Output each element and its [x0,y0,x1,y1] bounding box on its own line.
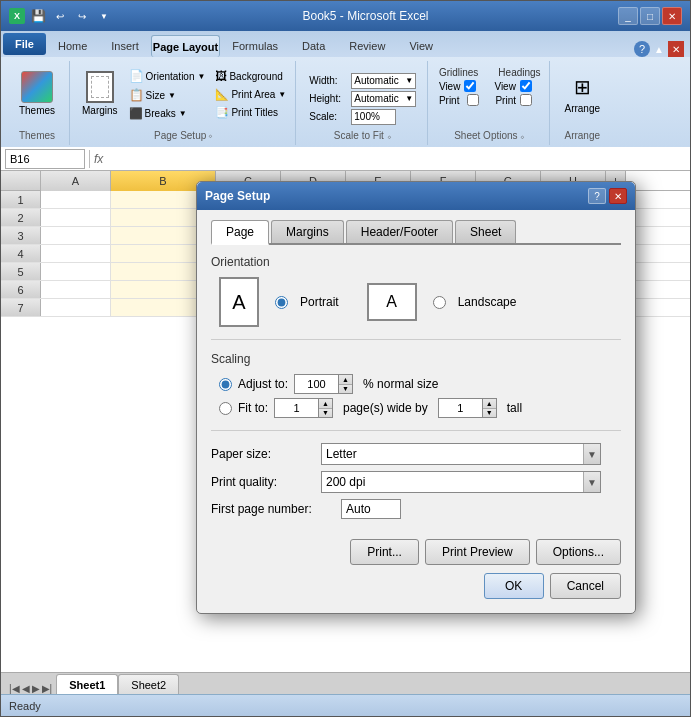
tab-nav-prev[interactable]: ◀ [22,683,30,694]
tab-file[interactable]: File [3,33,46,55]
adjustto-down[interactable]: ▼ [339,385,352,394]
sheet-tab-1[interactable]: Sheet1 [56,674,118,694]
portrait-label: Portrait [300,295,339,309]
papersize-arrow: ▼ [583,444,600,464]
col-a[interactable]: A [41,171,111,191]
scale-dialog-launcher[interactable]: ⬦ [387,132,392,141]
print-button[interactable]: Print... [350,539,419,565]
headings-print-check[interactable] [520,94,532,106]
options-button[interactable]: Options... [536,539,621,565]
papersize-dropdown[interactable]: Letter ▼ [321,443,601,465]
excel-window: X 💾 ↩ ↪ ▼ Book5 - Microsoft Excel _ □ ✕ … [0,0,691,717]
fitto-suffix: tall [507,401,522,415]
cancel-button[interactable]: Cancel [550,573,621,599]
printarea-button[interactable]: 📐 Print Area ▼ [212,86,289,103]
orientation-button[interactable]: 📄 Orientation ▼ [126,67,209,85]
qa-redo[interactable]: ↪ [73,7,91,25]
dialog-title-bar: Page Setup ? ✕ [197,182,635,210]
corner-cell [1,171,41,191]
ribbon-help-btn[interactable]: ? [634,41,650,57]
firstpage-label: First page number: [211,502,341,516]
qa-save[interactable]: 💾 [29,7,47,25]
headings-view-check[interactable] [520,80,532,92]
dialog-tab-page[interactable]: Page [211,220,269,245]
printtitles-button[interactable]: 📑 Print Titles [212,104,289,121]
width-label: Width: [309,75,349,86]
gridlines-print-check[interactable] [467,94,479,106]
tab-view[interactable]: View [397,35,445,57]
ribbon-close-btn[interactable]: ✕ [668,41,684,57]
dialog-close-btn[interactable]: ✕ [609,188,627,204]
tab-insert[interactable]: Insert [99,35,151,57]
minimize-btn[interactable]: _ [618,7,638,25]
firstpage-input[interactable] [341,499,401,519]
arrange-button[interactable]: ⊞ Arrange [560,67,604,118]
width-dropdown[interactable]: Automatic▼ [351,73,416,89]
close-btn[interactable]: ✕ [662,7,682,25]
tab-nav-next[interactable]: ▶ [32,683,40,694]
maximize-btn[interactable]: □ [640,7,660,25]
arrange-label: Arrange [564,103,600,114]
adjustto-radio[interactable] [219,378,232,391]
printquality-row: Print quality: 200 dpi ▼ [211,471,621,493]
window-title: Book5 - Microsoft Excel [302,9,428,23]
cell-a1[interactable] [41,191,111,208]
themes-group-label: Themes [19,130,55,143]
dialog-body: Page Margins Header/Footer Sheet Orienta… [197,210,635,613]
formula-bar-sep [89,150,90,168]
adjustto-input[interactable] [294,374,339,394]
tab-pagelayout[interactable]: Page Layout [151,35,220,57]
fitto-tall-down[interactable]: ▼ [483,409,496,418]
pagesetup-dialog-launcher[interactable]: ⬦ [208,131,213,140]
sheet-tab-2[interactable]: Sheet2 [118,674,179,694]
breaks-button[interactable]: ⬛ Breaks ▼ [126,105,209,122]
portrait-radio[interactable] [275,296,288,309]
so-view-label: View [439,81,461,92]
fitto-tall-up[interactable]: ▲ [483,399,496,409]
background-button[interactable]: 🖼 Background [212,67,289,85]
fitto-radio[interactable] [219,402,232,415]
gridlines-view-check[interactable] [464,80,476,92]
dialog-tab-margins[interactable]: Margins [271,220,344,243]
printquality-arrow: ▼ [583,472,600,492]
tab-nav-last[interactable]: ▶| [42,683,53,694]
ribbon-group-content-sheetoptions: Gridlines Headings View View Print Print [439,63,541,130]
qa-undo[interactable]: ↩ [51,7,69,25]
fitto-pages-input[interactable] [274,398,319,418]
sheetoptions-dialog-launcher[interactable]: ⬦ [520,132,525,141]
themes-button[interactable]: Themes [15,67,59,120]
adjustto-label: Adjust to: [238,377,288,391]
margins-button[interactable]: Margins [78,67,122,120]
adjustto-up[interactable]: ▲ [339,375,352,385]
tab-nav-first[interactable]: |◀ [9,683,20,694]
print-preview-button[interactable]: Print Preview [425,539,530,565]
row-header-6: 6 [1,281,41,298]
ok-button[interactable]: OK [484,573,544,599]
fitto-tall-input[interactable] [438,398,483,418]
bottom-bar: |◀ ◀ ▶ ▶| Sheet1 Sheet2 Ready [1,672,690,716]
height-dropdown[interactable]: Automatic▼ [351,91,416,107]
fitto-pages-up[interactable]: ▲ [319,399,332,409]
adjustto-spin: ▲ ▼ [294,374,353,394]
scaling-section: Scaling Adjust to: ▲ ▼ [211,352,621,418]
dialog-tab-sheet[interactable]: Sheet [455,220,516,243]
tab-data[interactable]: Data [290,35,337,57]
dialog-footer: Print... Print Preview Options... [211,539,621,565]
qa-dropdown[interactable]: ▼ [95,7,113,25]
fitto-tall-spin: ▲ ▼ [438,398,497,418]
dialog-help-btn[interactable]: ? [588,188,606,204]
tab-review[interactable]: Review [337,35,397,57]
landscape-radio[interactable] [433,296,446,309]
name-box[interactable] [5,149,85,169]
tab-formulas[interactable]: Formulas [220,35,290,57]
printquality-dropdown[interactable]: 200 dpi ▼ [321,471,601,493]
row-header-1: 1 [1,191,41,208]
scale-pct-spin[interactable]: 100% [351,109,396,125]
fitto-pages-down[interactable]: ▼ [319,409,332,418]
ribbon-minimize-btn[interactable]: ▲ [654,44,664,55]
tab-home[interactable]: Home [46,35,99,57]
size-button[interactable]: 📋 Size ▼ [126,86,209,104]
page-setup-dialog[interactable]: Page Setup ? ✕ Page Margins Header/Foote… [196,181,636,614]
dialog-tab-headerfooter[interactable]: Header/Footer [346,220,453,243]
dialog-ok-cancel-row: OK Cancel [211,573,621,599]
